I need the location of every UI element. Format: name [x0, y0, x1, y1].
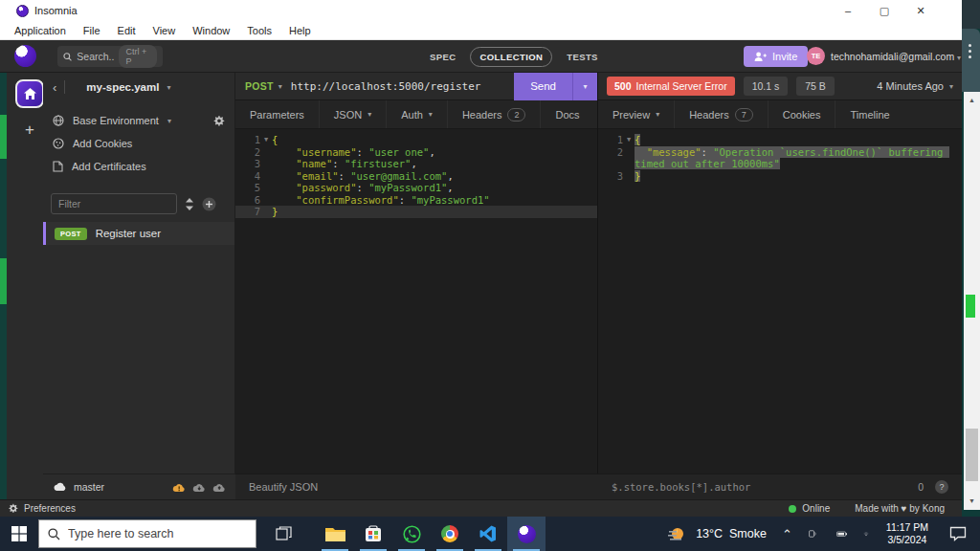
- taskbar-clock[interactable]: 11:17 PM 3/5/2024: [879, 521, 936, 546]
- workspace-name[interactable]: my-spec.yaml: [86, 81, 159, 93]
- microsoft-store-icon: [365, 525, 382, 542]
- maximize-button[interactable]: ▢: [866, 0, 902, 22]
- your-phone-icon[interactable]: [802, 527, 827, 540]
- send-options-button[interactable]: ▾: [572, 73, 597, 100]
- app-topbar: Search.. Ctrl + P SPEC COLLECTION TESTS …: [0, 40, 962, 73]
- menu-view[interactable]: View: [145, 25, 185, 36]
- tab-auth[interactable]: Auth▾: [387, 100, 448, 128]
- whatsapp-icon: [403, 525, 421, 543]
- status-text: Internal Server Error: [636, 80, 727, 92]
- scrollbar-thumb[interactable]: [966, 429, 978, 481]
- cookie-icon: [53, 138, 64, 149]
- insomnia-app-logo-icon[interactable]: [14, 45, 36, 67]
- online-label: Online: [802, 503, 830, 514]
- request-body-editor[interactable]: 1▼{2 "username": "user one",3 "name": "f…: [235, 129, 597, 218]
- tab-preview[interactable]: Preview▾: [598, 100, 675, 128]
- tab-timeline[interactable]: Timeline: [835, 100, 903, 128]
- sort-icon[interactable]: [185, 198, 194, 210]
- add-cookies[interactable]: Add Cookies: [43, 132, 234, 155]
- request-url-input[interactable]: http://localhost:5000/register: [291, 80, 481, 93]
- sync-alert-icon[interactable]: [172, 481, 186, 493]
- gear-icon[interactable]: [212, 115, 225, 127]
- environment-selector[interactable]: Base Environment ▾: [43, 109, 234, 132]
- response-body-viewer[interactable]: 1▼{2 "message": "Operation `users.findOn…: [598, 129, 962, 182]
- tab-response-headers[interactable]: Headers7: [675, 100, 768, 128]
- menubar: Application File Edit View Window Tools …: [0, 22, 962, 40]
- invite-label: Invite: [772, 51, 797, 62]
- weather-haze-icon: [667, 525, 688, 542]
- cloud-push-icon[interactable]: [212, 481, 226, 493]
- chevron-down-icon: ▾: [167, 83, 170, 92]
- filter-input[interactable]: [51, 193, 177, 214]
- global-search[interactable]: Search.. Ctrl + P: [57, 46, 163, 67]
- task-view-button[interactable]: [264, 517, 302, 551]
- code-line: 1▼{: [598, 134, 962, 146]
- background-scrollbar[interactable]: ▲ ▼: [964, 92, 980, 510]
- response-filter-input[interactable]: $.store.books[*].author: [612, 481, 750, 493]
- branch-name[interactable]: master: [74, 481, 104, 493]
- desktop-green-patch: [0, 115, 7, 159]
- fold-icon[interactable]: ▼: [623, 134, 635, 146]
- tab-cookies[interactable]: Cookies: [768, 100, 836, 128]
- menu-edit[interactable]: Edit: [109, 25, 145, 36]
- fold-icon[interactable]: ▼: [260, 134, 272, 146]
- tab-collection[interactable]: COLLECTION: [470, 47, 552, 67]
- tab-body-json[interactable]: JSON▾: [320, 100, 387, 128]
- vscode-button[interactable]: [469, 517, 507, 551]
- request-method-selector[interactable]: POST: [245, 80, 274, 92]
- whatsapp-button[interactable]: [392, 517, 431, 551]
- chrome-button[interactable]: [431, 517, 469, 551]
- avatar[interactable]: TE: [807, 47, 825, 65]
- cloud-icon: [53, 482, 67, 492]
- home-button[interactable]: [15, 79, 44, 108]
- sidebar-request-register-user[interactable]: POST Register user: [43, 222, 234, 245]
- back-button[interactable]: ‹: [53, 80, 56, 95]
- wifi-icon[interactable]: [858, 528, 875, 540]
- preferences-button[interactable]: Preferences: [24, 503, 76, 514]
- online-status[interactable]: Online: [789, 503, 830, 514]
- globe-icon: [53, 115, 64, 126]
- status-badge: 500 Internal Server Error: [607, 77, 735, 96]
- tab-parameters[interactable]: Parameters: [235, 100, 320, 128]
- desktop-green-patch: [0, 258, 7, 304]
- menu-application[interactable]: Application: [6, 25, 75, 36]
- battery-icon[interactable]: [831, 528, 854, 540]
- start-button[interactable]: [0, 517, 38, 551]
- help-icon[interactable]: ?: [935, 480, 948, 494]
- add-request-icon[interactable]: [202, 197, 216, 211]
- kebab-menu-icon: [969, 50, 971, 53]
- scroll-down-icon[interactable]: ▼: [964, 495, 980, 508]
- scroll-up-icon[interactable]: ▲: [964, 94, 980, 107]
- close-button[interactable]: ✕: [902, 0, 939, 22]
- microsoft-store-button[interactable]: [354, 517, 392, 551]
- menu-tools[interactable]: Tools: [238, 25, 280, 36]
- menu-window[interactable]: Window: [184, 25, 238, 36]
- invite-button[interactable]: Invite: [744, 46, 808, 67]
- code-line: 2 "message": "Operation `users.findOne()…: [598, 146, 962, 170]
- insomnia-taskbar-button[interactable]: [507, 517, 546, 551]
- new-workspace-button[interactable]: +: [18, 119, 41, 142]
- menu-help[interactable]: Help: [280, 25, 320, 36]
- menu-file[interactable]: File: [75, 25, 109, 36]
- response-history-dropdown[interactable]: 4 Minutes Ago▾: [877, 80, 953, 92]
- weather-widget[interactable]: 13°C Smoke: [661, 525, 772, 542]
- tab-spec[interactable]: SPEC: [421, 48, 464, 66]
- send-button[interactable]: Send: [514, 73, 572, 100]
- headers-count-badge: 7: [735, 108, 753, 121]
- tab-tests[interactable]: TESTS: [558, 48, 607, 66]
- account-email[interactable]: technohamidali@gmail.com ▾: [831, 51, 961, 62]
- file-explorer-button[interactable]: [316, 517, 354, 551]
- taskbar-search-input[interactable]: [68, 527, 231, 540]
- cloud-pull-icon[interactable]: [192, 481, 206, 493]
- action-center-button[interactable]: [940, 526, 976, 541]
- add-certificates[interactable]: Add Certificates: [43, 155, 234, 178]
- beautify-json-button[interactable]: Beautify JSON: [235, 474, 598, 499]
- request-urlbar: POST ▾ http://localhost:5000/register Se…: [235, 73, 597, 100]
- tab-docs[interactable]: Docs: [541, 100, 593, 128]
- tray-expand-icon[interactable]: ⌃: [776, 527, 798, 541]
- tab-request-headers[interactable]: Headers2: [448, 100, 542, 128]
- minimize-button[interactable]: –: [830, 0, 866, 22]
- taskbar-search[interactable]: [38, 519, 256, 548]
- chevron-down-icon: ▾: [583, 82, 587, 91]
- window-titlebar: Insomnia – ▢ ✕: [0, 0, 962, 22]
